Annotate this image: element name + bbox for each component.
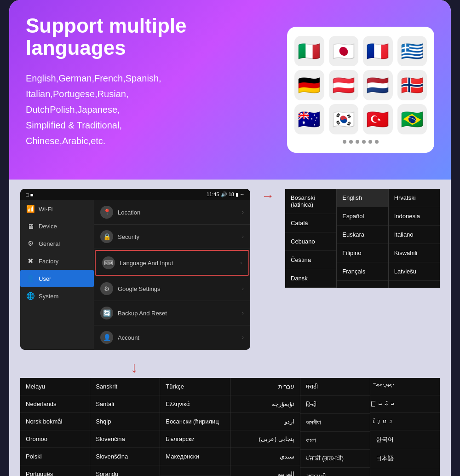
bottom-lang-grid: Melayu Nederlands Norsk bokmål Oromoo Po… <box>20 378 440 476</box>
language-description: English,German,French,Spanish, Italian,P… <box>26 70 272 149</box>
location-label: Location <box>118 209 140 216</box>
sidebar-item-factory[interactable]: ✖ Factory <box>20 252 94 270</box>
flag-korea: 🇰🇷 <box>329 104 359 134</box>
security-label: Security <box>118 233 139 240</box>
chevron-icon-2: › <box>242 233 244 240</box>
lang-khmer[interactable]: ខ្មែរ <box>370 413 440 430</box>
flag-row-1: 🇮🇹 🇯🇵 🇫🇷 🇬🇷 <box>294 36 427 66</box>
sidebar-item-general[interactable]: ⚙ General <box>20 235 94 252</box>
lang-melayu[interactable]: Melayu <box>20 378 90 395</box>
lang-euskara[interactable]: Euskara <box>337 226 388 244</box>
lang-assamese[interactable]: অসমীয়া <box>300 414 370 432</box>
lang-slovensina[interactable]: Slovenščina <box>90 448 160 465</box>
android-content: 📍 Location › 🔒 Security › <box>94 200 250 350</box>
lang-santali[interactable]: Santali <box>90 395 160 413</box>
lang-arabic[interactable]: العربية <box>230 465 300 476</box>
lang-punjabi-gurmukhi[interactable]: ਪੰਜਾਬੀ (ਗੁਰਮੁਖੀ) <box>300 450 370 468</box>
lang-hebrew[interactable]: עברית <box>230 378 300 395</box>
lang-hindi[interactable]: हिन्दी <box>300 396 370 414</box>
lang-dansk[interactable]: Dansk <box>285 269 336 288</box>
lang-bosanski-cyr[interactable]: Босански (ћирилиц <box>160 413 230 430</box>
lang-norsk[interactable]: Norsk bokmål <box>20 413 90 430</box>
lang-korean[interactable]: 한국어 <box>370 430 440 449</box>
status-left: □ ■ <box>26 192 33 197</box>
lang-gujarati[interactable]: ગુજરાતી <box>300 468 370 476</box>
factory-icon: ✖ <box>26 257 35 265</box>
lang-lists-right: Bosanski (latinica) Català Cebuano Češti… <box>285 189 440 288</box>
sidebar-item-device[interactable]: 🖥 Device <box>20 218 94 235</box>
lang-catala[interactable]: Català <box>285 214 336 232</box>
lang-english[interactable]: English <box>337 189 388 207</box>
lang-col-1: Bosanski (latinica) Català Cebuano Češti… <box>285 189 337 288</box>
backup-icon: 🔄 <box>100 307 113 319</box>
content-location[interactable]: 📍 Location › <box>94 200 250 225</box>
lang-greek[interactable]: Ελληνικά <box>160 395 230 413</box>
bottom-section: □ ■ 11:45 🔊 18 ▮ ← 📶 Wi-Fi 🖥 Device <box>9 180 451 476</box>
sidebar-item-wifi[interactable]: 📶 Wi-Fi <box>20 200 94 218</box>
sidebar-item-user[interactable]: 👤 User <box>20 270 94 287</box>
lang-tibetan[interactable]: བོད་སྐད་ <box>370 378 440 395</box>
lang-italiano[interactable]: Italiano <box>389 226 440 244</box>
content-language[interactable]: ⌨ Language And Input › <box>95 250 249 276</box>
content-google[interactable]: ⚙ Google Settings › <box>94 277 250 301</box>
lang-sanskrit[interactable]: Sanskrit <box>90 378 160 395</box>
general-icon: ⚙ <box>26 239 35 248</box>
sidebar-label-wifi: Wi-Fi <box>39 206 52 213</box>
chevron-icon-4: › <box>242 285 244 292</box>
google-label: Google Settings <box>118 285 161 292</box>
page-title: Support multiple languages <box>26 15 272 59</box>
lang-cebuano[interactable]: Cebuano <box>285 232 336 251</box>
flag-france: 🇫🇷 <box>363 36 393 66</box>
content-security[interactable]: 🔒 Security › <box>94 225 250 249</box>
flag-italy: 🇮🇹 <box>294 36 324 66</box>
lang-kiswahili[interactable]: Kiswahili <box>389 244 440 262</box>
content-backup[interactable]: 🔄 Backup And Reset › <box>94 301 250 325</box>
flag-norway: 🇳🇴 <box>397 70 427 100</box>
lang-turkce[interactable]: Türkçe <box>160 378 230 395</box>
lang-punjabi-arabic[interactable]: پنجابی (عربی) <box>230 430 300 448</box>
lang-sorandu[interactable]: Sorandu <box>90 465 160 476</box>
lang-portugues[interactable]: Português <box>20 465 90 476</box>
lang-indonesia[interactable]: Indonesia <box>389 207 440 226</box>
lang-uyghur[interactable]: ئۇيغۇرچە <box>230 395 300 413</box>
system-icon: 🌐 <box>26 292 35 300</box>
lang-col-3: Hrvatski Indonesia Italiano Kiswahili La… <box>389 189 440 288</box>
lang-urdu[interactable]: اردو <box>230 413 300 430</box>
lang-slovencina[interactable]: Slovenčina <box>90 430 160 448</box>
lang-bosanski[interactable]: Bosanski (latinica) <box>285 189 336 214</box>
bottom-lang-col-5: मराठी हिन्दी অসমীয়া বাংলা ਪੰਜਾਬੀ (ਗੁਰਮੁ… <box>300 378 370 476</box>
lang-bengali[interactable]: বাংলা <box>300 432 370 450</box>
flag-germany: 🇩🇪 <box>294 70 324 100</box>
lang-hrvatski[interactable]: Hrvatski <box>389 189 440 207</box>
lang-nederlands[interactable]: Nederlands <box>20 395 90 413</box>
sidebar-item-system[interactable]: 🌐 System <box>20 287 94 305</box>
lang-polski[interactable]: Polski <box>20 448 90 465</box>
lang-latviesu[interactable]: Latviešu <box>389 262 440 281</box>
lang-espanol[interactable]: Español <box>337 207 388 226</box>
dot-2 <box>349 140 353 144</box>
lang-marathi[interactable]: मराठी <box>300 378 370 396</box>
sidebar-label-system: System <box>39 293 58 300</box>
lang-sindhi[interactable]: سندي <box>230 448 300 465</box>
content-account[interactable]: 👤 Account › <box>94 325 250 350</box>
bottom-lang-col-4: עברית ئۇيغۇرچە اردو پنجابی (عربی) سندي ا… <box>230 378 300 476</box>
lang-shqip[interactable]: Shqip <box>90 413 160 430</box>
flag-row-2: 🇩🇪 🇦🇹 🇳🇱 🇳🇴 <box>294 70 427 100</box>
lang-francais[interactable]: Français <box>337 262 388 281</box>
lang-macedonian[interactable]: Македонски <box>160 448 230 465</box>
dot-5 <box>368 140 372 144</box>
lang-filipino[interactable]: Filipino <box>337 244 388 262</box>
dot-3 <box>356 140 359 144</box>
lang-bulgarian[interactable]: Български <box>160 430 230 448</box>
flag-austria: 🇦🇹 <box>329 70 359 100</box>
lang-japanese[interactable]: 日本語 <box>370 449 440 468</box>
android-body: 📶 Wi-Fi 🖥 Device ⚙ General ✖ <box>20 200 250 350</box>
lang-empty-1 <box>160 465 230 476</box>
flag-box: 🇮🇹 🇯🇵 🇫🇷 🇬🇷 🇩🇪 🇦🇹 🇳🇱 🇳🇴 🇦🇺 🇰🇷 🇹🇷 🇧🇷 <box>287 27 434 153</box>
lang-burmese[interactable]: မြန်မာ <box>370 395 440 413</box>
location-icon: 📍 <box>100 206 113 219</box>
lang-cestina[interactable]: Čeština <box>285 251 336 269</box>
lang-oromoo[interactable]: Oromoo <box>20 430 90 448</box>
dot-4 <box>362 140 366 144</box>
status-time: 11:45 🔊 18 ▮ ← <box>207 192 245 197</box>
